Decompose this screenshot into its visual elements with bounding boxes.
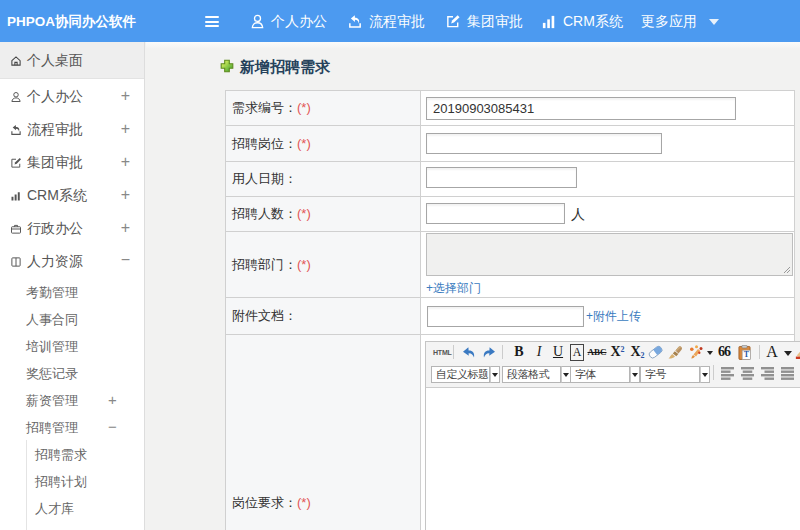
svg-text:T: T xyxy=(744,350,750,359)
